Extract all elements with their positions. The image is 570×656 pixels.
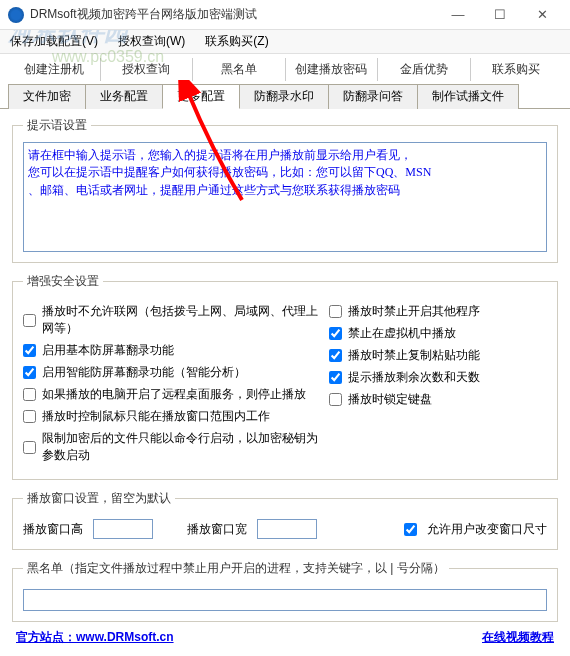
lbl-no-vm[interactable]: 禁止在虚拟机中播放 [348,325,456,342]
tab-more-config[interactable]: 更多配置 [162,84,240,109]
blacklist-group: 黑名单（指定文件播放过程中禁止用户开启的进程，支持关键字，以 | 号分隔） [12,560,558,622]
blacklist-legend: 黑名单（指定文件播放过程中禁止用户开启的进程，支持关键字，以 | 号分隔） [23,560,449,577]
menu-save-config[interactable]: 保存加载配置(V) [6,31,102,52]
input-height[interactable] [93,519,153,539]
chk-cmdline-only[interactable] [23,441,36,454]
security-group: 增强安全设置 播放时不允许联网（包括拨号上网、局域网、代理上网等） 启用基本防屏… [12,273,558,480]
lbl-allow-resize[interactable]: 允许用户改变窗口尺寸 [427,521,547,538]
menu-contact-buy[interactable]: 联系购买(Z) [201,31,272,52]
footer: 官方站点：www.DRMsoft.cn 在线视频教程 [0,625,570,650]
chk-allow-resize[interactable] [404,523,417,536]
lbl-basic-antirecord[interactable]: 启用基本防屏幕翻录功能 [42,342,174,359]
lbl-mouse-limit[interactable]: 播放时控制鼠标只能在播放窗口范围内工作 [42,408,270,425]
tb-create-play-pwd[interactable]: 创建播放密码 [286,58,379,81]
tb-auth-query[interactable]: 授权查询 [101,58,194,81]
window-title: DRMsoft视频加密跨平台网络版加密端测试 [30,6,438,23]
link-official-site-label[interactable]: 官方站点： [16,630,76,644]
footer-site: 官方站点：www.DRMsoft.cn [16,629,174,646]
chk-basic-antirecord[interactable] [23,344,36,357]
lbl-no-network[interactable]: 播放时不允许联网（包括拨号上网、局域网、代理上网等） [42,303,329,337]
minimize-button[interactable]: — [438,1,478,29]
lbl-no-clipboard[interactable]: 播放时禁止复制粘贴功能 [348,347,480,364]
lbl-remote-desktop[interactable]: 如果播放的电脑开启了远程桌面服务，则停止播放 [42,386,306,403]
tabs: 文件加密 业务配置 更多配置 防翻录水印 防翻录问答 制作试播文件 [0,83,570,109]
tab-make-preview[interactable]: 制作试播文件 [417,84,519,109]
link-tutorial[interactable]: 在线视频教程 [482,629,554,646]
tb-blacklist[interactable]: 黑名单 [193,58,286,81]
menu-auth-query[interactable]: 授权查询(W) [114,31,189,52]
tb-advantage[interactable]: 金盾优势 [378,58,471,81]
lbl-show-remaining[interactable]: 提示播放剩余次数和天数 [348,369,480,386]
hint-text: 请在框中输入提示语，您输入的提示语将在用户播放前显示给用户看见， 您可以在提示语… [28,147,542,199]
toolbar: 创建注册机 授权查询 黑名单 创建播放密码 金盾优势 联系购买 [0,54,570,83]
titlebar: DRMsoft视频加密跨平台网络版加密端测试 — ☐ ✕ [0,0,570,30]
lbl-cmdline-only[interactable]: 限制加密后的文件只能以命令行启动，以加密秘钥为参数启动 [42,430,329,464]
input-blacklist[interactable] [23,589,547,611]
chk-smart-antirecord[interactable] [23,366,36,379]
link-official-site-url[interactable]: www.DRMsoft.cn [76,630,174,644]
hint-legend: 提示语设置 [23,117,91,134]
close-button[interactable]: ✕ [522,1,562,29]
hint-textarea[interactable]: 请在框中输入提示语，您输入的提示语将在用户播放前显示给用户看见， 您可以在提示语… [23,142,547,252]
lbl-block-other-progs[interactable]: 播放时禁止开启其他程序 [348,303,480,320]
chk-no-vm[interactable] [329,327,342,340]
tab-anti-record-watermark[interactable]: 防翻录水印 [239,84,329,109]
chk-lock-keyboard[interactable] [329,393,342,406]
maximize-button[interactable]: ☐ [480,1,520,29]
chk-no-network[interactable] [23,314,36,327]
lbl-smart-antirecord[interactable]: 启用智能防屏幕翻录功能（智能分析） [42,364,246,381]
chk-no-clipboard[interactable] [329,349,342,362]
chk-block-other-progs[interactable] [329,305,342,318]
lbl-height: 播放窗口高 [23,521,83,538]
tb-create-regkey[interactable]: 创建注册机 [8,58,101,81]
app-icon [8,7,24,23]
security-legend: 增强安全设置 [23,273,103,290]
tab-file-encrypt[interactable]: 文件加密 [8,84,86,109]
input-width[interactable] [257,519,317,539]
tab-anti-record-qa[interactable]: 防翻录问答 [328,84,418,109]
tab-business-config[interactable]: 业务配置 [85,84,163,109]
winsize-group: 播放窗口设置，留空为默认 播放窗口高 播放窗口宽 允许用户改变窗口尺寸 [12,490,558,550]
chk-show-remaining[interactable] [329,371,342,384]
tb-contact-buy[interactable]: 联系购买 [471,58,563,81]
chk-mouse-limit[interactable] [23,410,36,423]
hint-group: 提示语设置 请在框中输入提示语，您输入的提示语将在用户播放前显示给用户看见， 您… [12,117,558,263]
lbl-width: 播放窗口宽 [187,521,247,538]
menubar: 保存加载配置(V) 授权查询(W) 联系购买(Z) [0,30,570,54]
winsize-legend: 播放窗口设置，留空为默认 [23,490,175,507]
lbl-lock-keyboard[interactable]: 播放时锁定键盘 [348,391,432,408]
tab-content: 提示语设置 请在框中输入提示语，您输入的提示语将在用户播放前显示给用户看见， 您… [0,109,570,640]
chk-remote-desktop[interactable] [23,388,36,401]
